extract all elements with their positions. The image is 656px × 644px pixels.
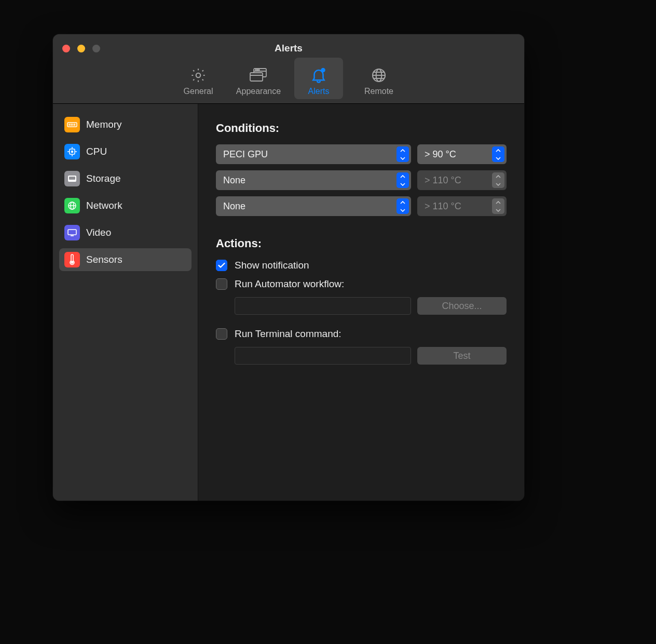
condition-row: PECI GPU > 90 °C [216,144,507,164]
video-icon [64,225,80,240]
show-notification-checkbox[interactable] [216,260,227,271]
run-automator-row: Run Automator workflow: [216,278,507,290]
tab-appearance[interactable]: Appearance [234,58,283,99]
condition-threshold-popup: > 110 °C [417,196,507,216]
windows-icon [249,65,268,86]
svg-rect-13 [69,124,70,126]
toolbar-tabs: General Appearance [53,58,524,99]
condition-sensor-popup[interactable]: PECI GPU [216,144,411,164]
svg-rect-16 [74,124,75,126]
show-notification-label: Show notification [235,260,309,271]
sidebar-item-storage[interactable]: Storage [59,167,192,190]
run-terminal-checkbox[interactable] [216,328,227,340]
sidebar-item-cpu[interactable]: CPU [59,140,192,163]
popup-stepper-icon [397,172,409,188]
storage-icon [64,171,80,186]
terminal-command-input[interactable] [235,347,411,365]
condition-sensor-popup[interactable]: None [216,196,411,216]
svg-rect-24 [69,177,75,180]
popup-stepper-icon [492,172,504,188]
tab-alerts[interactable]: Alerts [294,58,343,99]
run-automator-label: Run Automator workflow: [235,278,344,290]
tab-general-label: General [184,87,213,96]
sidebar: Memory CPU Storage Network [53,104,198,501]
automator-path-input[interactable] [235,297,411,315]
test-button[interactable]: Test [417,347,507,365]
bell-icon [310,65,327,86]
svg-rect-15 [73,124,74,126]
gear-icon [190,65,207,86]
popup-stepper-icon [397,198,409,214]
run-terminal-sub-row: Test [235,347,507,365]
condition-sensor-value: PECI GPU [223,149,268,160]
sidebar-item-label: Network [86,200,122,211]
run-terminal-label: Run Terminal command: [235,328,341,340]
condition-threshold-popup: > 110 °C [417,170,507,190]
sensors-icon [64,252,80,267]
tab-remote[interactable]: Remote [354,58,403,99]
titlebar: Alerts General [53,34,524,104]
svg-point-30 [71,261,73,263]
sidebar-item-label: CPU [86,146,107,157]
sidebar-item-sensors[interactable]: Sensors [59,248,192,271]
condition-row: None > 110 °C [216,196,507,216]
svg-point-0 [196,73,201,78]
run-automator-checkbox[interactable] [216,278,227,290]
svg-rect-18 [71,151,73,153]
svg-point-3 [255,70,256,71]
network-icon [64,198,80,213]
run-terminal-row: Run Terminal command: [216,328,507,340]
window-body: Memory CPU Storage Network [53,104,524,501]
svg-point-8 [321,68,325,73]
popup-stepper-icon [397,146,409,162]
show-notification-row: Show notification [216,260,507,271]
sidebar-item-label: Sensors [86,254,122,265]
tab-alerts-label: Alerts [308,87,330,96]
cpu-icon [64,144,80,159]
run-automator-sub-row: Choose... [235,297,507,315]
conditions-title: Conditions: [216,122,507,135]
condition-threshold-popup[interactable]: > 90 °C [417,144,507,164]
condition-sensor-value: None [223,175,245,186]
window-title: Alerts [53,43,524,54]
tab-general[interactable]: General [174,58,223,99]
svg-rect-6 [250,73,263,81]
sidebar-item-label: Storage [86,173,121,184]
globe-icon [371,65,387,86]
popup-stepper-icon [492,146,504,162]
condition-threshold-value: > 110 °C [425,175,461,186]
sidebar-item-video[interactable]: Video [59,221,192,244]
svg-point-4 [257,70,258,71]
condition-threshold-value: > 90 °C [425,149,456,160]
condition-sensor-popup[interactable]: None [216,170,411,190]
svg-rect-28 [68,230,76,235]
sidebar-item-memory[interactable]: Memory [59,113,192,136]
actions-title: Actions: [216,237,507,250]
tab-appearance-label: Appearance [236,87,281,96]
condition-sensor-value: None [223,201,245,212]
sidebar-item-label: Memory [86,119,122,130]
choose-button[interactable]: Choose... [417,297,507,315]
tab-remote-label: Remote [364,87,393,96]
actions-section: Actions: Show notification Run Automator… [216,237,507,365]
svg-point-5 [258,70,259,71]
memory-icon [64,117,80,132]
preferences-window: Alerts General [53,34,524,501]
svg-rect-14 [71,124,72,126]
content-pane: Conditions: PECI GPU > 90 °C [198,104,524,501]
condition-row: None > 110 °C [216,170,507,190]
popup-stepper-icon [492,198,504,214]
sidebar-item-network[interactable]: Network [59,194,192,217]
condition-threshold-value: > 110 °C [425,201,461,212]
sidebar-item-label: Video [86,227,111,238]
